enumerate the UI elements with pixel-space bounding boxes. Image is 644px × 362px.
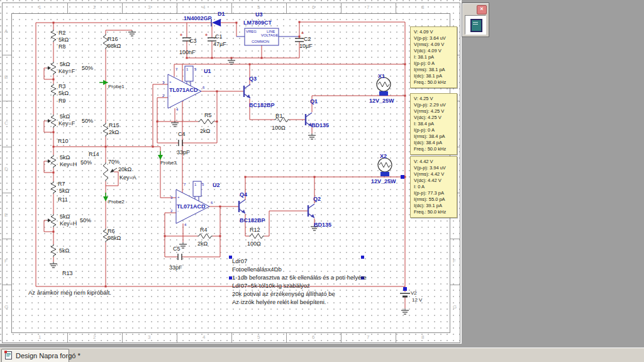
zone-divider [177, 333, 177, 343]
label-u2_minus: - [177, 209, 179, 213]
diode-d1-symbol[interactable] [211, 19, 221, 26]
probe-readout-line: V(rms): 4.09 V [414, 42, 455, 48]
label-r11_key: Key=H [60, 221, 77, 227]
probe-readout-line: V(rms): 4.42 V [414, 171, 455, 178]
label-q3_name: Q3 [249, 76, 257, 82]
label-q2_part: BD135 [314, 222, 331, 229]
tab-label: Design Napra forgó * [16, 352, 80, 359]
ground-symbols [50, 30, 409, 314]
probe-readout-1: V: 4.09 VV(p-p): 3.64 uVV(rms): 4.09 VV(… [410, 26, 457, 88]
note-circuit-untested: Az áramkör még nem kipróbált. [28, 289, 111, 296]
probe-arrow-icons[interactable] [99, 80, 163, 201]
design-toolbox-mini-window[interactable]: × [462, 3, 489, 37]
label-x1_name: X1 [378, 74, 385, 80]
label-u2_p5: 5 [202, 183, 204, 187]
probe-readout-line: I(dc): 39.1 pA [414, 203, 455, 209]
zone-top-6: 6 [312, 4, 314, 10]
label-r8_val: 5kΩ [60, 62, 70, 68]
schematic-page-icon [5, 351, 12, 359]
zone-left-B: B [4, 74, 8, 80]
capacitor-symbols[interactable] [178, 38, 304, 260]
zone-divider [286, 3, 287, 13]
label-r1_name: R1 [275, 113, 283, 120]
label-u2_plus: + [177, 195, 180, 200]
label-u1_p5: 5 [194, 67, 196, 72]
label-r6_val: 98kΩ [108, 235, 121, 242]
label-r2_name: R2 [58, 30, 66, 37]
label-u2_p2: 2 [170, 209, 172, 213]
probe-readout-line: V(p-p): 2.29 uV [414, 102, 455, 108]
label-u1_plus: + [169, 80, 172, 84]
label-c2_val: 10µF [299, 43, 313, 50]
sheet-tab-bar: Design Napra forgó * [0, 348, 644, 362]
probe-readout-line: V: 4.25 V [414, 96, 455, 102]
label-c3_val: 100nF [179, 50, 196, 56]
note-block-line-1: Ldr07 [232, 257, 247, 264]
note-block-line-4: Ldr07=5k-tól10k-ig szabályoz [232, 282, 310, 289]
tab-design-napra-forgo[interactable]: Design Napra forgó * [1, 349, 69, 362]
label-r16_name: R16 [108, 37, 118, 43]
label-u2_name: U2 [213, 183, 220, 189]
label-r12_name: R12 [250, 227, 260, 234]
zone-divider [450, 239, 460, 239]
label-r8_key: Key=F [58, 69, 75, 75]
zone-left-A: A [4, 28, 8, 34]
label-v2_name: V2 [411, 291, 417, 297]
probe-readout-line: V: 4.42 V [414, 159, 455, 165]
label-c5_name: C5 [173, 246, 180, 252]
label-r10_key: Key=H [60, 162, 77, 168]
label-r10_name: R10 [58, 139, 69, 145]
label-r8_name: R8 [58, 44, 66, 50]
label-u2_p7: 7 [184, 183, 186, 187]
label-r16_val: 98kΩ [108, 43, 121, 50]
zone-left-C: C [4, 120, 8, 126]
zone-divider [286, 333, 287, 343]
schematic-canvas[interactable]: 1N4002GPD1U3LM7809CTVREGLINEVOLTAGECOMMO… [0, 0, 462, 344]
zone-divider [67, 3, 68, 13]
zone-divider [122, 333, 123, 343]
lamp-symbols[interactable] [377, 77, 392, 176]
label-d1_name: D1 [218, 11, 225, 18]
label-u1_p2: 2 [162, 94, 164, 98]
zone-bottom-1: 1 [38, 334, 41, 340]
zone-top-3: 3 [148, 4, 150, 10]
label-u1_p4: 4 [176, 108, 178, 112]
label-u3_common: COMMON [252, 40, 269, 44]
label-u1_p3: 3 [162, 81, 164, 85]
label-r6_name: R6 [108, 229, 115, 235]
probe-readout-line: Freq.: 50.0 kHz [414, 209, 455, 215]
label-c2_plus: + [301, 31, 304, 36]
label-x2_val: 12V_25W [371, 179, 396, 185]
zone-divider [67, 333, 68, 343]
label-u3_part: LM7809CT [243, 20, 272, 26]
zone-divider [122, 3, 123, 13]
zone-divider [2, 55, 11, 55]
label-r7_name: R7 [58, 181, 65, 188]
close-icon[interactable]: × [477, 5, 487, 14]
label-r4_val: 2kΩ [197, 241, 208, 247]
zone-left-G: G [4, 304, 8, 310]
label-r4_name: R4 [200, 227, 208, 234]
label-probe1: Probe1 [108, 84, 125, 90]
zone-divider [396, 333, 396, 343]
label-r10_val: 5kΩ [60, 155, 70, 161]
label-r11_pct: 50% [80, 218, 91, 224]
label-r2_val: 5kΩ [58, 37, 69, 43]
probe-readout-line: V(dc): 4.25 V [414, 115, 455, 121]
label-u1_p7: 7 [175, 67, 177, 72]
label-r3_val: 5kΩ [58, 91, 69, 97]
zone-bottom-7: 7 [367, 334, 369, 340]
zone-bottom-6: 6 [312, 334, 314, 340]
label-d1_part: 1N4002GP [184, 16, 212, 22]
document-icon[interactable] [470, 19, 482, 32]
probe-readout-line: I(rms): 38.4 pA [414, 133, 455, 140]
probe-readout-line: I(rms): 55.0 pA [414, 196, 455, 203]
zone-right-F: F [453, 258, 456, 264]
label-u2_p6: 6 [211, 201, 213, 205]
battery-v2-symbol[interactable] [400, 293, 410, 297]
zone-left-F: F [4, 258, 8, 264]
zone-divider [341, 333, 341, 343]
probe-readout-line: V(rms): 4.25 V [414, 108, 455, 115]
label-r14_name: R14 [89, 152, 99, 158]
zone-bottom-4: 4 [203, 334, 205, 340]
